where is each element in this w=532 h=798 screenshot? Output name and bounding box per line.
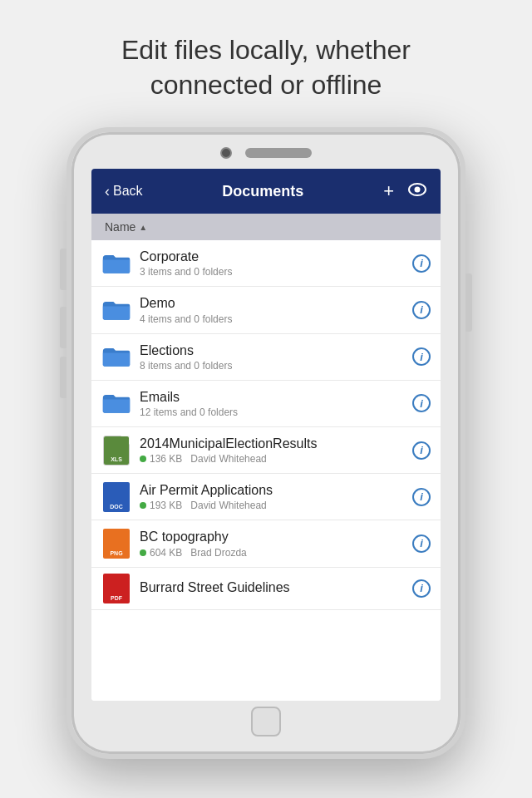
- item-content: BC topography 604 KB Brad Drozda: [140, 529, 406, 558]
- item-content: Air Permit Applications 193 KB David Whi…: [140, 482, 406, 511]
- item-meta: 8 items and 0 folders: [140, 360, 406, 372]
- visibility-button[interactable]: [407, 182, 427, 201]
- list-item[interactable]: Emails 12 items and 0 folders i: [91, 381, 441, 427]
- info-button[interactable]: i: [412, 534, 431, 553]
- item-name: Emails: [140, 389, 406, 405]
- list-item[interactable]: Corporate 3 items and 0 folders i: [91, 240, 441, 287]
- png-file-icon: PNG: [101, 531, 131, 556]
- sort-arrow-icon: ▲: [139, 223, 147, 232]
- earpiece-icon: [245, 148, 312, 158]
- doc-file-icon: DOC: [101, 485, 131, 510]
- item-meta: 3 items and 0 folders: [140, 266, 406, 278]
- item-meta: 4 items and 0 folders: [140, 313, 406, 325]
- folder-icon: [101, 298, 131, 323]
- camera-icon: [220, 147, 232, 159]
- xls-file-icon: XLS: [101, 438, 131, 463]
- item-content: Elections 8 items and 0 folders: [140, 342, 406, 372]
- tagline: Edit files locally, whetherconnected or …: [71, 0, 461, 127]
- svg-point-1: [414, 186, 420, 192]
- item-meta: 136 KB David Whitehead: [140, 453, 406, 465]
- back-chevron-icon: ‹: [105, 183, 110, 200]
- home-button[interactable]: [251, 707, 281, 736]
- item-name: Air Permit Applications: [140, 482, 406, 498]
- item-content: Emails 12 items and 0 folders: [140, 389, 406, 418]
- item-meta: 193 KB David Whitehead: [140, 500, 406, 511]
- item-name: Corporate: [140, 249, 406, 264]
- list-item[interactable]: XLS 2014MunicipalElectionResults 136 KB …: [91, 427, 441, 474]
- folder-icon: [101, 391, 131, 416]
- list-item[interactable]: PNG BC topography 604 KB Brad Drozda i: [91, 520, 441, 567]
- sort-header[interactable]: Name ▲: [91, 214, 441, 240]
- nav-bar: ‹ Back Documents +: [91, 169, 441, 214]
- folder-icon: [101, 344, 131, 369]
- folder-icon: [101, 251, 131, 276]
- info-button[interactable]: i: [412, 254, 431, 273]
- sync-dot: [140, 502, 146, 509]
- back-label: Back: [113, 184, 143, 199]
- item-content: 2014MunicipalElectionResults 136 KB Davi…: [140, 436, 406, 465]
- info-button[interactable]: i: [412, 579, 431, 598]
- item-name: Demo: [140, 295, 406, 311]
- item-content: Burrard Street Guidelines: [140, 579, 406, 597]
- pdf-file-icon: PDF: [101, 576, 131, 601]
- info-button[interactable]: i: [412, 441, 431, 460]
- back-button[interactable]: ‹ Back: [105, 183, 143, 200]
- sync-dot: [140, 456, 146, 462]
- add-button[interactable]: +: [383, 180, 394, 202]
- file-list: Corporate 3 items and 0 folders i Demo 4…: [91, 240, 441, 701]
- info-button[interactable]: i: [412, 301, 431, 319]
- sort-label: Name: [105, 220, 135, 234]
- list-item[interactable]: PDF Burrard Street Guidelines i: [91, 568, 441, 610]
- item-content: Corporate 3 items and 0 folders: [140, 249, 406, 278]
- phone-screen: ‹ Back Documents + Name ▲: [91, 169, 441, 701]
- info-button[interactable]: i: [412, 488, 431, 506]
- item-name: Burrard Street Guidelines: [140, 579, 406, 595]
- phone-shell: ‹ Back Documents + Name ▲: [66, 127, 466, 759]
- phone-top-bar: [71, 132, 461, 169]
- item-meta: 604 KB Brad Drozda: [140, 547, 406, 559]
- list-item[interactable]: DOC Air Permit Applications 193 KB David…: [91, 474, 441, 520]
- list-item[interactable]: Elections 8 items and 0 folders i: [91, 334, 441, 381]
- info-button[interactable]: i: [412, 394, 431, 412]
- item-name: Elections: [140, 342, 406, 358]
- nav-actions: +: [383, 180, 427, 202]
- item-name: BC topography: [140, 529, 406, 544]
- item-name: 2014MunicipalElectionResults: [140, 436, 406, 451]
- sync-dot: [140, 549, 146, 556]
- info-button[interactable]: i: [412, 347, 431, 366]
- list-item[interactable]: Demo 4 items and 0 folders i: [91, 287, 441, 333]
- item-content: Demo 4 items and 0 folders: [140, 295, 406, 324]
- item-meta: 12 items and 0 folders: [140, 406, 406, 418]
- nav-title: Documents: [222, 183, 303, 200]
- home-bar: [71, 701, 461, 742]
